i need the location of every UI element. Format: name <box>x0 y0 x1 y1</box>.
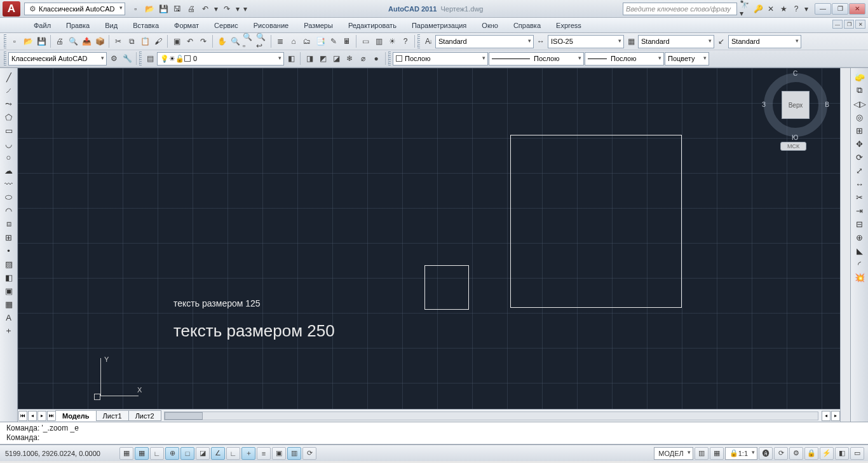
viewcube-coord[interactable]: МСК <box>780 142 806 151</box>
tab-last-button[interactable]: ⏭ <box>47 411 56 421</box>
grid-toggle[interactable]: ▦ <box>135 447 149 460</box>
isolate-icon[interactable]: ◧ <box>835 447 849 460</box>
tab-layout2[interactable]: Лист2 <box>128 410 161 421</box>
erase-icon[interactable]: 🧽 <box>853 71 867 83</box>
undo-icon[interactable]: ↶ <box>199 3 212 15</box>
ws-switch-icon[interactable]: ⚙ <box>789 447 803 460</box>
polar-toggle[interactable]: ⊕ <box>165 447 179 460</box>
dimstyle-icon[interactable]: ↔ <box>534 35 547 48</box>
linetype-combo[interactable]: Послою <box>489 52 584 66</box>
dim-style-combo[interactable]: ISO-25 <box>548 35 624 48</box>
extend-icon[interactable]: ⇥ <box>853 204 867 217</box>
menu-dim[interactable]: Размеры <box>297 20 340 31</box>
menu-insert[interactable]: Вставка <box>126 20 166 31</box>
zoom-win-icon[interactable]: 🔍▫ <box>242 35 255 48</box>
layiso-icon[interactable]: ◨ <box>303 52 316 65</box>
layer-combo[interactable]: 💡 ☀ 🔓 0 <box>157 52 284 66</box>
3ddwf-icon[interactable]: 📦 <box>93 35 106 48</box>
open-icon-2[interactable]: 📂 <box>22 35 34 48</box>
explode-icon[interactable]: 💥 <box>853 271 867 284</box>
redo-drop-icon[interactable]: ▾ <box>234 3 241 15</box>
block-icon[interactable]: ▣ <box>170 35 183 48</box>
maximize-button[interactable]: ❐ <box>832 3 848 15</box>
mtext-icon[interactable]: A <box>2 311 16 324</box>
undo-drop-icon[interactable]: ▾ <box>213 3 219 15</box>
mirror-icon[interactable]: ◁▷ <box>853 97 867 110</box>
doc-restore-button[interactable]: ❐ <box>844 20 854 29</box>
star-icon[interactable]: ★ <box>778 3 789 15</box>
hatch-icon[interactable]: ▨ <box>2 258 16 270</box>
menu-window[interactable]: Окно <box>475 20 505 31</box>
dc-icon[interactable]: ⌂ <box>287 35 300 48</box>
anno-auto-icon[interactable]: ⟳ <box>774 447 788 460</box>
toolbar-grip-5[interactable] <box>388 52 391 66</box>
laymatch-icon[interactable]: ◪ <box>330 52 342 65</box>
trim-icon[interactable]: ✂ <box>853 191 867 204</box>
dyn-toggle[interactable]: ＋ <box>241 447 255 460</box>
tab-next-button[interactable]: ▸ <box>37 411 46 421</box>
table-icon[interactable]: ▦ <box>2 298 16 310</box>
menu-tools[interactable]: Сервис <box>207 20 245 31</box>
zoom-rt-icon[interactable]: 🔍 <box>229 35 241 48</box>
point-icon[interactable]: • <box>2 244 16 257</box>
viewcube[interactable]: Верх С Ю В З МСК <box>764 73 827 137</box>
arc-icon[interactable]: ◡ <box>2 137 16 150</box>
workspace-combo-2[interactable]: Классический AutoCAD <box>8 52 107 66</box>
preview-icon[interactable]: 🔍 <box>67 35 79 48</box>
vscroll[interactable] <box>840 68 850 422</box>
pline-icon[interactable]: ⤳ <box>2 97 16 110</box>
menu-format[interactable]: Формат <box>167 20 206 31</box>
binoculars-icon[interactable]: 🔭▾ <box>740 3 751 15</box>
menu-express[interactable]: Express <box>549 20 588 31</box>
paste-icon[interactable]: 📋 <box>139 35 151 48</box>
layprev-icon[interactable]: ◩ <box>316 52 329 65</box>
polygon-icon[interactable]: ⬠ <box>2 111 16 123</box>
textstyle-icon[interactable]: Aᵢ <box>422 35 435 48</box>
copy-icon[interactable]: ⧉ <box>125 35 138 48</box>
menu-help[interactable]: Справка <box>506 20 548 31</box>
save-icon[interactable]: 💾 <box>157 3 170 15</box>
menu-view[interactable]: Вид <box>98 20 125 31</box>
ducs-toggle[interactable]: ∟ <box>226 447 240 460</box>
ws-gear-icon[interactable]: ⚙ <box>107 52 120 65</box>
join-icon[interactable]: ⊕ <box>853 231 867 244</box>
menu-draw[interactable]: Рисование <box>247 20 295 31</box>
quick-view-layouts-icon[interactable]: ▥ <box>695 447 709 460</box>
drawing-canvas[interactable]: тексть размером 125 тексть размером 250 … <box>18 68 840 409</box>
text-style-combo[interactable]: Standard <box>435 35 534 48</box>
help-icon[interactable]: ? <box>790 3 802 15</box>
command-line[interactable]: Команда: <box>6 433 862 443</box>
snap-toggle[interactable]: ▦ <box>119 447 133 460</box>
hscroll-thumb[interactable] <box>165 412 203 420</box>
tpy-toggle[interactable]: ▣ <box>272 447 286 460</box>
stretch-icon[interactable]: ↔ <box>853 177 867 190</box>
anno-scale-combo[interactable]: 🔒 1:1 <box>725 447 757 460</box>
anno-vis-icon[interactable]: 🅐 <box>759 447 773 460</box>
layoff-icon[interactable]: ⌀ <box>356 52 369 65</box>
scale-icon[interactable]: ⤢ <box>853 164 867 177</box>
redo-icon[interactable]: ↷ <box>220 3 233 15</box>
render-icon[interactable]: ☀ <box>386 35 398 48</box>
tablestyle-icon[interactable]: ▦ <box>625 35 637 48</box>
close-button[interactable]: ✕ <box>849 3 865 15</box>
pan-icon[interactable]: ✋ <box>215 35 228 48</box>
match-icon[interactable]: 🖌 <box>152 35 165 48</box>
toolbar-grip-2[interactable] <box>417 34 420 48</box>
tab-layout1[interactable]: Лист1 <box>96 410 129 421</box>
addsel-icon[interactable]: ＋ <box>2 324 16 337</box>
plot-icon-2[interactable]: 🖨 <box>53 35 66 48</box>
otrack-toggle[interactable]: ∠ <box>211 447 225 460</box>
xline-icon[interactable]: ⟋ <box>2 84 16 97</box>
saveas-icon[interactable]: 🖫 <box>171 3 184 15</box>
ellipse-icon[interactable]: ⬭ <box>2 191 16 204</box>
publish-icon[interactable]: 📤 <box>80 35 93 48</box>
plot-icon[interactable]: 🖨 <box>185 3 198 15</box>
exchange-icon[interactable]: ✕ <box>765 3 776 15</box>
plotstyle-combo[interactable]: Поцвету <box>665 52 709 66</box>
space-combo[interactable]: МОДЕЛ <box>654 447 693 460</box>
layerman-icon[interactable]: ▤ <box>144 52 156 65</box>
tab-first-button[interactable]: ⏮ <box>18 411 27 421</box>
zoom-prev-icon[interactable]: 🔍↩ <box>255 35 268 48</box>
ws-save-icon[interactable]: 🔧 <box>121 52 133 65</box>
open-icon[interactable]: 📂 <box>143 3 156 15</box>
